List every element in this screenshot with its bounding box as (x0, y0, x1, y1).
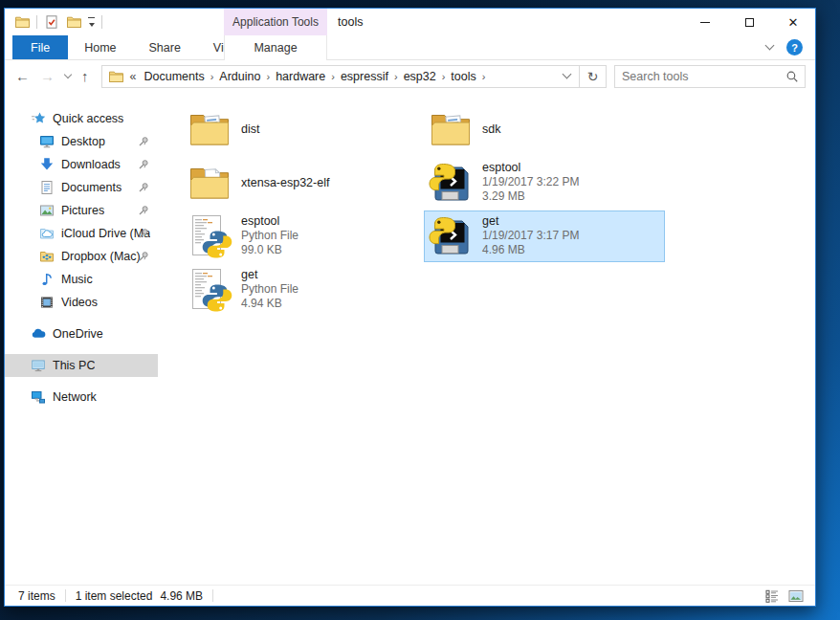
file-detail: Python File (241, 229, 298, 243)
breadcrumb-segment[interactable]: tools (446, 70, 480, 83)
sidebar-item-desktop[interactable]: Desktop (5, 130, 158, 153)
sidebar-item-label: Dropbox (Mac) (61, 250, 141, 263)
search-box (614, 65, 806, 88)
breadcrumb[interactable]: « Documents › Arduino › hardware › espre… (101, 65, 608, 88)
file-tile-get[interactable]: get Python File4.94 KB (183, 264, 424, 316)
this-pc-icon (31, 358, 46, 373)
selection-count: 1 item selected (76, 589, 153, 603)
breadcrumb-collapsed[interactable]: « (127, 70, 140, 83)
forward-button[interactable]: → (40, 69, 55, 83)
breadcrumb-segment[interactable]: Arduino (214, 70, 265, 83)
file-detail: 1/19/2017 3:22 PM (482, 175, 579, 189)
search-icon[interactable] (780, 66, 805, 87)
pin-icon (138, 182, 149, 193)
sidebar-item-downloads[interactable]: Downloads (5, 153, 158, 176)
python-exe-icon (428, 213, 474, 259)
sidebar-item-dropbox-mac[interactable]: Dropbox (Mac) (5, 245, 158, 268)
tab-home[interactable]: Home (68, 35, 132, 59)
python-file-icon (187, 267, 232, 313)
new-folder-icon[interactable] (66, 14, 81, 30)
tab-file[interactable]: File (12, 35, 68, 59)
quick-access-icon (31, 111, 46, 126)
file-name: get (241, 268, 298, 282)
desktop: { "window": { "title": "tools" }, "title… (0, 0, 840, 620)
breadcrumb-segment[interactable]: Documents (139, 70, 209, 83)
properties-icon[interactable] (44, 14, 59, 30)
sidebar-item-music[interactable]: Music (5, 268, 158, 291)
sidebar-item-label: Downloads (61, 158, 121, 171)
sidebar-item-quick-access[interactable]: Quick access (5, 107, 158, 130)
sidebar-item-label: Desktop (61, 135, 105, 148)
pin-icon (138, 159, 149, 170)
icloud-icon (39, 226, 55, 241)
details-view-icon[interactable] (764, 588, 780, 604)
sidebar-item-documents[interactable]: Documents (5, 176, 158, 199)
python-file-icon (187, 213, 232, 259)
status-bar: 7 items 1 item selected 4.96 MB (5, 585, 815, 606)
qat-separator (36, 15, 37, 29)
sidebar-item-pictures[interactable]: Pictures (5, 199, 158, 222)
maximize-button[interactable] (727, 9, 771, 35)
help-icon[interactable]: ? (786, 39, 803, 55)
sidebar-item-label: Quick access (53, 112, 123, 125)
address-dropdown-icon[interactable] (555, 66, 579, 87)
downloads-icon (39, 157, 55, 172)
navigation-buttons: ← → ↑ (11, 69, 94, 83)
pin-icon (138, 136, 149, 147)
sidebar-item-label: Documents (61, 181, 122, 194)
file-detail: 3.29 MB (482, 189, 579, 204)
search-input[interactable] (615, 70, 780, 83)
file-tile-xtensa-esp32-elf[interactable]: xtensa-esp32-elf (183, 157, 424, 209)
file-tile-get[interactable]: get 1/19/2017 3:17 PM4.96 MB (424, 210, 665, 262)
back-button[interactable]: ← (15, 69, 30, 83)
sidebar-item-label: Videos (61, 296, 98, 309)
file-tile-esptool[interactable]: esptool 1/19/2017 3:22 PM3.29 MB (424, 157, 665, 209)
pin-icon (138, 205, 149, 216)
ribbon-expand-icon[interactable] (765, 41, 775, 51)
sidebar-item-this-pc[interactable]: This PC (5, 354, 158, 377)
tab-manage[interactable]: Manage (224, 35, 327, 60)
qat-customize-icon[interactable] (88, 17, 95, 27)
minimize-button[interactable] (683, 9, 727, 35)
sidebar-item-label: OneDrive (53, 327, 103, 341)
ribbon-right-controls: ? (766, 35, 815, 59)
quick-access-toolbar (5, 9, 102, 35)
explorer-window: Application Tools tools ✕ File HomeShare… (4, 8, 816, 607)
file-tile-dist[interactable]: dist (183, 103, 424, 155)
file-tile-esptool[interactable]: esptool Python File99.0 KB (183, 210, 424, 262)
onedrive-icon (31, 326, 46, 342)
tab-share[interactable]: Share (133, 35, 197, 59)
up-button[interactable]: ↑ (81, 69, 89, 83)
explorer-folder-icon[interactable] (14, 14, 30, 30)
breadcrumb-segment[interactable]: hardware (271, 70, 330, 83)
network-icon (31, 389, 46, 405)
pin-icon (138, 228, 149, 239)
sidebar-item-videos[interactable]: Videos (5, 291, 158, 314)
refresh-icon[interactable]: ↻ (580, 66, 606, 87)
breadcrumb-segment[interactable]: espressif (336, 70, 393, 83)
close-button[interactable]: ✕ (771, 9, 815, 35)
file-list-area: dist xtensa-esp32-elf esptool Python Fil… (158, 92, 815, 585)
videos-icon (39, 295, 55, 310)
selection-size: 4.96 MB (160, 589, 203, 603)
recent-locations-icon[interactable] (64, 71, 72, 78)
minimize-icon (700, 22, 710, 23)
folder-doc-icon (187, 160, 232, 206)
thumbnail-view-icon[interactable] (788, 588, 804, 604)
items-count: 7 items (18, 589, 55, 603)
ribbon-tabrow: File HomeShareView Manage ? (5, 35, 815, 60)
file-detail: 4.96 MB (482, 243, 579, 257)
sidebar-item-network[interactable]: Network (5, 386, 158, 409)
folder-papers-icon (187, 106, 232, 152)
contextual-tab-group: Application Tools (224, 9, 327, 35)
file-tile-sdk[interactable]: sdk (424, 103, 665, 155)
file-name: dist (241, 122, 259, 137)
sidebar-item-label: Music (61, 273, 93, 286)
sidebar-item-icloud-drive-ma[interactable]: iCloud Drive (Ma (5, 222, 158, 245)
address-bar-row: ← → ↑ « Documents › Arduino › hardware ›… (5, 60, 815, 92)
breadcrumb-segment[interactable]: esp32 (399, 70, 441, 83)
sidebar-item-onedrive[interactable]: OneDrive (5, 322, 158, 345)
file-detail: 1/19/2017 3:17 PM (482, 229, 579, 243)
documents-icon (39, 180, 55, 195)
window-title: tools (338, 9, 363, 35)
